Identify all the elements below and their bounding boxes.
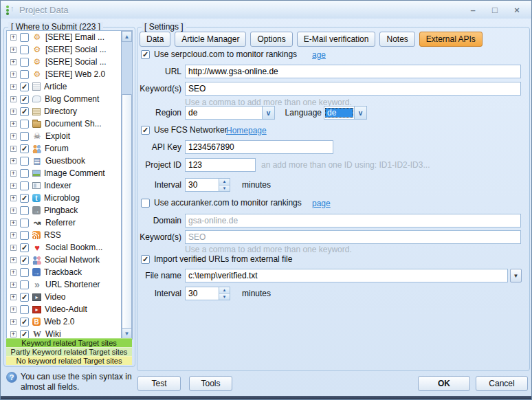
api-key-input[interactable] [185, 140, 333, 154]
tree-item-sere-social[interactable]: +⚙[SERE] Social ... [7, 56, 131, 68]
tab-options[interactable]: Options [250, 32, 292, 47]
accuranker-link[interactable]: page [312, 199, 331, 208]
tab-data[interactable]: Data [140, 32, 170, 47]
spin-down-icon[interactable]: ▼ [219, 294, 230, 300]
expand-icon[interactable]: + [10, 158, 16, 164]
tree-item-pingback[interactable]: +→Pingback [7, 204, 131, 216]
tree-scrollbar[interactable]: ▲ ▼ [121, 30, 133, 340]
expand-icon[interactable]: + [10, 232, 16, 238]
tree-checkbox[interactable] [20, 305, 29, 314]
url-input[interactable] [185, 65, 521, 78]
expand-icon[interactable]: + [10, 109, 16, 115]
spin-up-icon[interactable]: ▲ [219, 287, 230, 294]
tree-checkbox[interactable]: ✓ [20, 293, 29, 302]
expand-icon[interactable]: + [10, 294, 16, 300]
tree-item-guestbook[interactable]: +▤Guestbook [7, 155, 131, 167]
domain-input[interactable] [185, 214, 521, 227]
tree-checkbox[interactable] [20, 45, 29, 54]
accuranker-checkbox[interactable] [141, 199, 150, 208]
tree-item-indexer[interactable]: +Indexer [7, 179, 131, 192]
tree-checkbox[interactable]: ✓ [20, 107, 29, 116]
tree-checkbox[interactable] [20, 268, 29, 277]
close-button-icon[interactable]: × [509, 5, 524, 15]
tree-checkbox[interactable] [20, 231, 29, 240]
expand-icon[interactable]: + [10, 307, 16, 313]
scroll-up-icon[interactable]: ▲ [122, 31, 132, 42]
expand-icon[interactable]: + [10, 146, 16, 152]
tree-checkbox[interactable] [20, 206, 29, 215]
tree-item-sere-social[interactable]: +⚙[SERE] Social ... [7, 43, 131, 56]
serpcloud-link[interactable]: age [312, 50, 326, 60]
tree-checkbox[interactable] [20, 169, 29, 178]
tree-checkbox[interactable]: ✓ [20, 256, 29, 265]
expand-icon[interactable]: + [10, 34, 16, 41]
tree-checkbox[interactable]: ✓ [20, 330, 29, 339]
expand-icon[interactable]: + [10, 257, 16, 263]
titlebar[interactable]: ↑ Project Data – □ × [1, 1, 531, 19]
tree-item-document-sh[interactable]: +Document Sh... [7, 118, 131, 130]
test-button[interactable]: Test [137, 376, 181, 391]
scroll-down-icon[interactable]: ▼ [122, 328, 132, 339]
tree-checkbox[interactable] [20, 280, 29, 289]
tree-checkbox[interactable] [20, 132, 29, 141]
tree-checkbox[interactable] [20, 33, 29, 42]
expand-icon[interactable]: + [10, 59, 16, 65]
expand-icon[interactable]: + [10, 269, 16, 276]
interval2-stepper[interactable]: 30 ▲▼ [185, 287, 230, 300]
language-select[interactable]: de v [324, 106, 367, 120]
tree-checkbox[interactable] [20, 157, 29, 166]
expand-icon[interactable]: + [10, 47, 16, 53]
submit-tree[interactable]: +⚙[SERE] Email ...+⚙[SERE] Social ...+⚙[… [6, 30, 132, 340]
tab-external-apis[interactable]: External APIs [419, 32, 483, 47]
spin-down-icon[interactable]: ▼ [219, 186, 230, 192]
chevron-down-icon[interactable]: v [262, 107, 274, 119]
tree-checkbox[interactable] [20, 70, 29, 79]
tree-item-exploit[interactable]: +☠Exploit [7, 130, 131, 142]
tree-item-video[interactable]: +✓▸Video [7, 291, 131, 303]
scroll-thumb[interactable] [122, 94, 132, 329]
tree-item-article[interactable]: +✓Article [7, 80, 131, 93]
tree-item-sere-email[interactable]: +⚙[SERE] Email ... [7, 31, 131, 43]
expand-icon[interactable]: + [10, 121, 16, 127]
keywords2-input[interactable] [185, 230, 521, 244]
expand-icon[interactable]: + [10, 71, 16, 78]
minimize-button-icon[interactable]: – [465, 5, 480, 15]
interval1-stepper[interactable]: 30 ▲▼ [185, 178, 230, 192]
expand-icon[interactable]: + [10, 84, 16, 90]
tree-item-sere-web-2-0[interactable]: +⚙[SERE] Web 2.0 [7, 68, 131, 80]
expand-icon[interactable]: + [10, 220, 16, 226]
cancel-button[interactable]: Cancel [476, 376, 528, 391]
tab-e-mail-verification[interactable]: E-Mail verification [297, 32, 376, 47]
expand-icon[interactable]: + [10, 195, 16, 201]
file-dropdown-icon[interactable]: ▼ [510, 269, 522, 282]
tree-item-microblog[interactable]: +✓tMicroblog [7, 192, 131, 204]
tree-checkbox[interactable] [20, 58, 29, 67]
tree-item-web-2-0[interactable]: +✓BWeb 2.0 [7, 315, 131, 328]
file-name-input[interactable] [185, 269, 508, 282]
import-checkbox[interactable]: ✓ [141, 255, 150, 264]
tree-item-forum[interactable]: +✓Forum [7, 142, 131, 155]
fcs-homepage-link[interactable]: Homepage [226, 126, 267, 135]
tree-checkbox[interactable]: ✓ [20, 95, 29, 104]
tree-item-social-bookm[interactable]: +✓♥Social Bookm... [7, 241, 131, 254]
tree-checkbox[interactable]: ✓ [20, 144, 29, 153]
tree-item-video-adult[interactable]: +▸Video-Adult [7, 303, 131, 315]
fcs-checkbox[interactable]: ✓ [141, 126, 150, 135]
tree-checkbox[interactable] [20, 219, 29, 227]
tree-item-directory[interactable]: +✓Directory [7, 105, 131, 118]
expand-icon[interactable]: + [10, 208, 16, 214]
tree-item-rss[interactable]: +RSS [7, 229, 131, 241]
expand-icon[interactable]: + [10, 331, 16, 337]
tree-item-blog-comment[interactable]: +✓Blog Comment [7, 93, 131, 105]
tree-item-image-comment[interactable]: +Image Comment [7, 167, 131, 179]
tree-item-trackback[interactable]: +→Trackback [7, 266, 131, 278]
spin-up-icon[interactable]: ▲ [219, 179, 230, 186]
expand-icon[interactable]: + [10, 245, 16, 251]
expand-icon[interactable]: + [10, 319, 16, 325]
tree-checkbox[interactable] [20, 181, 29, 190]
expand-icon[interactable]: + [10, 96, 16, 102]
expand-icon[interactable]: + [10, 133, 16, 140]
serpcloud-checkbox[interactable]: ✓ [141, 50, 150, 59]
tree-checkbox[interactable]: ✓ [20, 194, 29, 203]
region-select[interactable]: de v [185, 106, 275, 120]
